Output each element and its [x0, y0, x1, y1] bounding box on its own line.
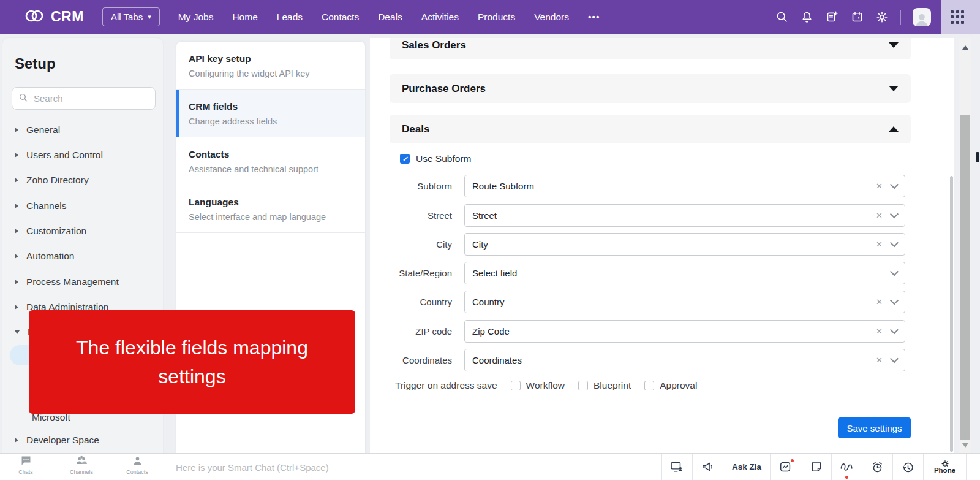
nav-item-products[interactable]: Products — [478, 12, 515, 23]
nav-item-home[interactable]: Home — [232, 12, 257, 23]
sidebar-item-channels[interactable]: Channels — [15, 200, 67, 211]
sidebar-item-general[interactable]: General — [15, 124, 60, 135]
scroll-up-arrow[interactable] — [962, 45, 968, 50]
scroll-down-arrow[interactable] — [962, 443, 968, 448]
chevron-down-icon — [15, 330, 20, 334]
nav-item-my-jobs[interactable]: My Jobs — [178, 12, 214, 23]
nav-item-activities[interactable]: Activities — [421, 12, 459, 23]
sidebar-search[interactable] — [12, 87, 156, 110]
phone-settings-button[interactable]: Phone — [923, 454, 967, 480]
reminders-button[interactable] — [862, 454, 892, 480]
menu-item-subtitle: Assistance and technical support — [189, 164, 354, 174]
sidebar-item-process-management[interactable]: Process Management — [15, 276, 119, 288]
sidebar-item-customization[interactable]: Customization — [15, 226, 86, 237]
setup-menu-item-languages[interactable]: Languages Select interface and map langu… — [176, 185, 365, 233]
field-value: City — [472, 239, 876, 250]
clear-icon[interactable]: ✕ — [876, 211, 883, 220]
topbar-separator — [900, 10, 901, 25]
dock-label: Channels — [70, 469, 93, 475]
announcements-button[interactable] — [692, 454, 723, 480]
crm-fields-content: Sales Orders Purchase Orders Deals ✓ Use… — [370, 38, 954, 454]
country-field-select[interactable]: Country ✕ — [464, 291, 905, 313]
zoho-crm-logo[interactable]: CRM — [23, 7, 84, 27]
caret-down-icon: ▾ — [148, 13, 151, 20]
inner-scrollbar-thumb[interactable] — [950, 176, 953, 452]
chevron-right-icon — [15, 305, 18, 310]
nav-item-contacts[interactable]: Contacts — [322, 12, 359, 23]
clear-icon[interactable]: ✕ — [876, 327, 883, 336]
section-sales-orders[interactable]: Sales Orders — [390, 38, 911, 59]
setup-title: Setup — [15, 55, 56, 72]
zia-button[interactable] — [831, 454, 862, 480]
chevron-down-icon — [890, 180, 899, 189]
nav-item-leads[interactable]: Leads — [277, 12, 303, 23]
menu-item-title: CRM fields — [189, 101, 354, 112]
ask-zia-label: Ask Zia — [723, 462, 770, 471]
state-region-field-select[interactable]: Select field — [464, 262, 905, 284]
workflow-checkbox[interactable] — [511, 381, 521, 390]
apps-launcher-button[interactable] — [941, 0, 980, 34]
channels-dock-item[interactable]: Channels — [60, 455, 103, 475]
clear-icon[interactable]: ✕ — [876, 356, 883, 365]
sidebar-item-label: Zoho Directory — [26, 175, 89, 186]
setup-menu-item-contacts[interactable]: Contacts Assistance and technical suppor… — [176, 137, 365, 185]
nav-overflow-button[interactable]: ••• — [588, 12, 600, 23]
nav-item-deals[interactable]: Deals — [378, 12, 402, 23]
zip-code-field-select[interactable]: Zip Code ✕ — [464, 320, 905, 343]
dock-label: Chats — [18, 469, 33, 475]
field-value: Street — [472, 210, 876, 221]
calendar-icon[interactable] — [850, 10, 864, 24]
approval-checkbox[interactable] — [644, 381, 654, 390]
settings-gear-icon[interactable] — [875, 10, 889, 24]
brand-name: CRM — [51, 9, 84, 25]
contacts-dock-item[interactable]: Contacts — [116, 455, 159, 475]
blueprint-checkbox[interactable] — [578, 381, 588, 390]
section-title: Deals — [402, 123, 429, 135]
zoho-rings-icon — [23, 7, 45, 27]
notifications-bell-icon[interactable] — [800, 10, 813, 24]
section-deals[interactable]: Deals — [390, 115, 911, 143]
nav-item-vendors[interactable]: Vendors — [534, 12, 569, 23]
apps-grid-icon — [951, 10, 964, 24]
notification-dot — [845, 476, 848, 479]
field-row-country: Country Country ✕ — [370, 291, 954, 313]
smart-chat-input[interactable] — [175, 454, 520, 480]
sidebar-item-users-and-control[interactable]: Users and Control — [15, 150, 103, 161]
setup-menu-item-crm-fields[interactable]: CRM fields Change address fields — [176, 90, 365, 137]
sidebar-item-zoho-directory[interactable]: Zoho Directory — [15, 175, 89, 186]
street-field-select[interactable]: Street ✕ — [464, 204, 905, 227]
section-purchase-orders[interactable]: Purchase Orders — [390, 74, 911, 103]
subform-field-select[interactable]: Route Subform ✕ — [464, 175, 905, 197]
field-value: Country — [472, 297, 876, 307]
section-title: Purchase Orders — [402, 83, 486, 95]
chats-dock-item[interactable]: Chats — [4, 455, 47, 475]
history-button[interactable] — [892, 454, 923, 480]
page-scrollbar[interactable] — [959, 38, 971, 454]
ask-zia-button[interactable]: Ask Zia — [723, 454, 770, 480]
notes-button[interactable] — [801, 454, 831, 480]
city-field-select[interactable]: City ✕ — [464, 233, 905, 256]
sidebar-search-input[interactable] — [32, 93, 157, 104]
user-avatar[interactable] — [913, 8, 931, 26]
add-note-icon[interactable] — [825, 10, 839, 24]
field-label: Subform — [370, 175, 452, 197]
clear-icon[interactable]: ✕ — [876, 297, 883, 307]
sidebar-item-developer-space[interactable]: Developer Space — [15, 435, 99, 446]
sidebar-item-automation[interactable]: Automation — [15, 251, 74, 262]
clear-icon[interactable]: ✕ — [876, 240, 883, 249]
chevron-down-icon — [890, 267, 899, 276]
chevron-right-icon — [15, 254, 18, 259]
setup-menu-item-api-key-setup[interactable]: API key setup Configuring the widget API… — [176, 42, 365, 90]
clear-icon[interactable]: ✕ — [876, 181, 883, 191]
coordinates-field-select[interactable]: Coordinates ✕ — [464, 349, 905, 371]
save-settings-button[interactable]: Save settings — [838, 417, 911, 438]
scrollbar-thumb[interactable] — [960, 115, 970, 440]
use-subform-checkbox[interactable]: ✓ — [400, 154, 410, 164]
all-tabs-dropdown[interactable]: All Tabs ▾ — [102, 7, 160, 26]
analytics-button[interactable] — [770, 454, 801, 480]
use-subform-label: Use Subform — [416, 153, 471, 164]
field-value: Zip Code — [472, 326, 876, 337]
search-icon[interactable] — [775, 10, 788, 24]
screen-share-button[interactable] — [662, 454, 692, 480]
chevron-down-icon — [890, 238, 899, 247]
